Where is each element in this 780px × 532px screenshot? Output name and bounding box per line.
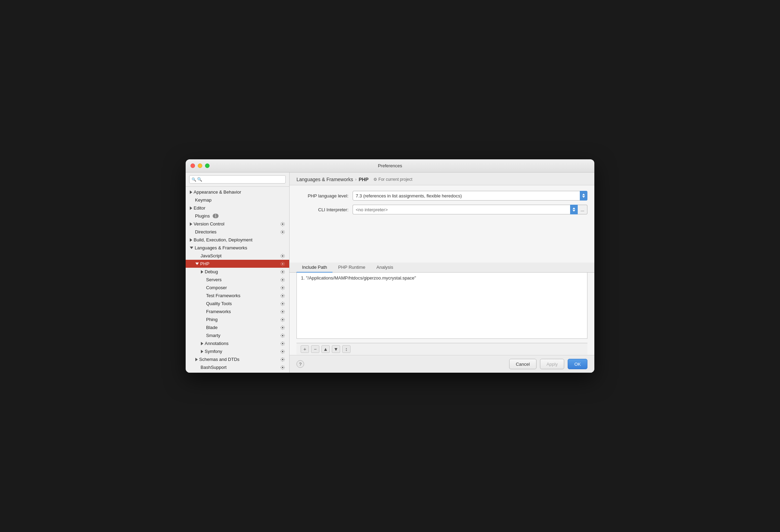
sidebar-item-label: Composer [206, 285, 227, 290]
php-language-row: PHP language level: 7.3 (references in l… [296, 191, 587, 201]
php-language-arrows[interactable] [580, 191, 587, 201]
remove-icon: − [314, 346, 317, 352]
sidebar-item-languages-frameworks[interactable]: Languages & Frameworks [186, 244, 289, 252]
footer-left: ? [296, 360, 304, 368]
include-path-content: 1. "/Applications/MAMP/htdocs/giperzoo.m… [296, 273, 587, 339]
tab-php-runtime[interactable]: PHP Runtime [333, 263, 371, 273]
cli-interpreter-input[interactable] [353, 205, 570, 214]
expand-icon [190, 247, 193, 249]
sidebar-item-label: Debug [205, 269, 218, 274]
svg-point-9 [282, 311, 283, 312]
sort-button[interactable]: ↕ [342, 345, 351, 353]
sidebar-item-javascript[interactable]: JavaScript [186, 252, 289, 260]
tab-label: Include Path [302, 265, 327, 270]
down-arrow-icon [582, 196, 585, 198]
add-path-button[interactable]: + [301, 345, 309, 353]
sidebar-item-label: Directories [195, 229, 216, 234]
panel-header: Languages & Frameworks › PHP ⚙ For curre… [290, 172, 594, 185]
sidebar-item-debug[interactable]: Debug [186, 268, 289, 276]
settings-icon [280, 301, 285, 306]
search-input[interactable] [189, 175, 286, 184]
sidebar-item-schemas-dtds[interactable]: Schemas and DTDs [186, 355, 289, 363]
footer-buttons: Cancel Apply OK [509, 359, 587, 369]
sidebar-item-smarty[interactable]: Smarty [186, 331, 289, 339]
sidebar-item-test-frameworks[interactable]: Test Frameworks [186, 292, 289, 300]
sidebar-item-label: Appearance & Behavior [194, 189, 241, 195]
up-arrow-icon [582, 194, 585, 195]
svg-point-4 [282, 271, 283, 272]
move-down-button[interactable]: ▼ [332, 345, 340, 353]
sidebar-item-symfony[interactable]: Symfony [186, 347, 289, 355]
right-panel: Languages & Frameworks › PHP ⚙ For curre… [290, 172, 594, 373]
sidebar-item-label: Symfony [205, 349, 222, 354]
breadcrumb-separator: › [355, 177, 356, 182]
cancel-button[interactable]: Cancel [509, 359, 536, 369]
settings-icon [280, 277, 285, 282]
traffic-lights [190, 163, 210, 168]
sidebar-item-bashsupport[interactable]: BashSupport [186, 363, 289, 371]
cli-interpreter-more-button[interactable]: ... [578, 205, 587, 214]
sidebar-item-version-control[interactable]: Version Control [186, 220, 289, 228]
plugins-badge: 1 [213, 214, 219, 218]
minimize-button[interactable] [198, 163, 202, 168]
sidebar-item-label: Keymap [195, 197, 212, 203]
tab-include-path[interactable]: Include Path [296, 263, 333, 273]
cli-interpreter-arrows[interactable] [570, 205, 578, 214]
sidebar-item-label: Plugins [195, 213, 210, 219]
settings-icon [280, 285, 285, 290]
php-language-select[interactable]: 7.3 (references in list assignments, fle… [353, 191, 587, 201]
apply-button[interactable]: Apply [540, 359, 565, 369]
ok-button[interactable]: OK [568, 359, 587, 369]
sidebar-item-quality-tools[interactable]: Quality Tools [186, 300, 289, 308]
sidebar-item-php[interactable]: PHP [186, 260, 289, 268]
breadcrumb: Languages & Frameworks › PHP ⚙ For curre… [296, 177, 587, 182]
collapse-icon [190, 190, 192, 194]
sidebar-item-annotations[interactable]: Annotations [186, 339, 289, 347]
sidebar-item-label: BashSupport [201, 365, 227, 370]
svg-point-6 [282, 287, 283, 288]
help-button[interactable]: ? [296, 360, 304, 368]
sidebar: 🔍 Appearance & Behavior Keymap [186, 172, 290, 373]
sidebar-item-appearance-behavior[interactable]: Appearance & Behavior [186, 188, 289, 196]
more-label: ... [580, 207, 584, 212]
footer: ? Cancel Apply OK [290, 355, 594, 373]
tab-label: PHP Runtime [338, 265, 365, 270]
svg-point-0 [282, 223, 283, 224]
sidebar-item-label: Blade [206, 325, 218, 330]
settings-icon [280, 349, 285, 354]
for-current-project: ⚙ For current project [373, 177, 412, 182]
add-icon: + [303, 346, 306, 352]
svg-point-14 [282, 351, 283, 352]
remove-path-button[interactable]: − [311, 345, 319, 353]
settings-icon [280, 222, 285, 227]
move-up-button[interactable]: ▲ [321, 345, 330, 353]
sidebar-item-blade[interactable]: Blade [186, 323, 289, 331]
sidebar-item-directories[interactable]: Directories [186, 228, 289, 236]
sidebar-item-phing[interactable]: Phing [186, 316, 289, 323]
down-icon: ▼ [334, 346, 338, 352]
settings-icon [280, 317, 285, 322]
sidebar-item-label: Editor [194, 205, 205, 211]
settings-icon [280, 254, 285, 258]
close-button[interactable] [190, 163, 195, 168]
sidebar-item-build-execution[interactable]: Build, Execution, Deployment [186, 236, 289, 244]
maximize-button[interactable] [205, 163, 210, 168]
sidebar-item-label: Build, Execution, Deployment [194, 237, 252, 242]
sidebar-item-editor[interactable]: Editor [186, 204, 289, 212]
sidebar-item-label: Phing [206, 317, 218, 322]
svg-point-5 [282, 279, 283, 280]
tab-analysis[interactable]: Analysis [371, 263, 399, 273]
sidebar-item-composer[interactable]: Composer [186, 284, 289, 292]
sidebar-item-servers[interactable]: Servers [186, 276, 289, 284]
sidebar-item-label: Frameworks [206, 309, 231, 314]
collapse-icon [195, 358, 198, 361]
sidebar-item-frameworks[interactable]: Frameworks [186, 308, 289, 316]
svg-point-16 [282, 366, 283, 368]
sidebar-item-plugins[interactable]: Plugins 1 [186, 212, 289, 220]
search-bar: 🔍 [186, 172, 289, 187]
breadcrumb-part1: Languages & Frameworks [296, 177, 353, 182]
sidebar-item-label: PHP [200, 261, 210, 266]
sidebar-item-keymap[interactable]: Keymap [186, 196, 289, 204]
sidebar-item-label: Languages & Frameworks [195, 245, 247, 250]
php-language-label: PHP language level: [296, 193, 348, 198]
